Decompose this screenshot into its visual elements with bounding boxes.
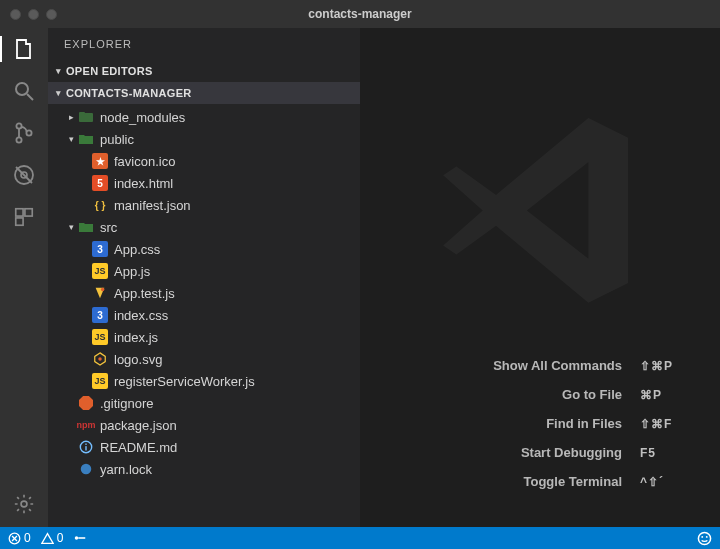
css-icon: 3 — [92, 307, 108, 323]
svg-point-15 — [98, 357, 102, 361]
tree-file-appjs[interactable]: JS App.js — [48, 260, 360, 282]
editor-area: Show All Commands ⇧⌘P Go to File ⌘P Find… — [360, 28, 720, 527]
close-window-button[interactable] — [10, 9, 21, 20]
file-label: App.js — [114, 264, 150, 279]
tree-file-apptest[interactable]: App.test.js — [48, 282, 360, 304]
file-label: yarn.lock — [100, 462, 152, 477]
activity-bar — [0, 28, 48, 527]
file-label: logo.svg — [114, 352, 162, 367]
folder-open-icon — [78, 131, 94, 147]
tree-file-manifest[interactable]: { } manifest.json — [48, 194, 360, 216]
chevron-down-icon: ▾ — [64, 222, 78, 232]
settings-activity-icon[interactable] — [11, 491, 37, 517]
zoom-window-button[interactable] — [46, 9, 57, 20]
welcome-commands: Show All Commands ⇧⌘P Go to File ⌘P Find… — [493, 358, 692, 489]
svg-point-26 — [698, 532, 710, 544]
welcome-toggle-terminal[interactable]: Toggle Terminal ^⇧´ — [493, 474, 692, 489]
svg-rect-9 — [25, 209, 32, 216]
titlebar: contacts-manager — [0, 0, 720, 28]
tree-file-rsw[interactable]: JS registerServiceWorker.js — [48, 370, 360, 392]
chevron-down-icon: ▾ — [52, 88, 66, 98]
js-icon: JS — [92, 373, 108, 389]
tree-file-indexjs[interactable]: JS index.js — [48, 326, 360, 348]
svg-point-2 — [16, 123, 21, 128]
svg-point-14 — [101, 288, 105, 292]
file-tree: ▸ node_modules ▾ public ★ favicon.ico 5 … — [48, 104, 360, 482]
search-activity-icon[interactable] — [11, 78, 37, 104]
tree-folder-node_modules[interactable]: ▸ node_modules — [48, 106, 360, 128]
welcome-show-all-commands[interactable]: Show All Commands ⇧⌘P — [493, 358, 692, 373]
warning-icon — [41, 532, 54, 545]
tree-file-indexhtml[interactable]: 5 index.html — [48, 172, 360, 194]
svg-point-28 — [706, 535, 708, 537]
status-warnings[interactable]: 0 — [41, 531, 64, 545]
extensions-activity-icon[interactable] — [11, 204, 37, 230]
html-icon: 5 — [92, 175, 108, 191]
open-editors-section[interactable]: ▾ OPEN EDITORS — [48, 60, 360, 82]
file-label: App.test.js — [114, 286, 175, 301]
welcome-find-in-files[interactable]: Find in Files ⇧⌘F — [493, 416, 692, 431]
status-sync[interactable] — [73, 531, 87, 545]
open-editors-label: OPEN EDITORS — [66, 65, 153, 77]
file-label: App.css — [114, 242, 160, 257]
shortcut-label: ⇧⌘P — [640, 359, 692, 373]
shortcut-label: F5 — [640, 446, 692, 460]
file-label: index.css — [114, 308, 168, 323]
file-label: public — [100, 132, 134, 147]
explorer-activity-icon[interactable] — [11, 36, 37, 62]
smiley-icon — [697, 531, 712, 546]
svg-icon — [92, 351, 108, 367]
git-icon — [78, 395, 94, 411]
tree-folder-public[interactable]: ▾ public — [48, 128, 360, 150]
svg-rect-10 — [16, 218, 23, 225]
file-label: manifest.json — [114, 198, 191, 213]
test-icon — [92, 285, 108, 301]
file-label: node_modules — [100, 110, 185, 125]
tree-file-favicon[interactable]: ★ favicon.ico — [48, 150, 360, 172]
svg-rect-13 — [79, 112, 85, 115]
tree-file-yarnlock[interactable]: yarn.lock — [48, 458, 360, 480]
status-bar: 0 0 — [0, 527, 720, 549]
file-label: registerServiceWorker.js — [114, 374, 255, 389]
status-errors[interactable]: 0 — [8, 531, 31, 545]
svg-line-1 — [27, 94, 33, 100]
tree-file-indexcss[interactable]: 3 index.css — [48, 304, 360, 326]
welcome-go-to-file[interactable]: Go to File ⌘P — [493, 387, 692, 402]
svg-point-0 — [16, 83, 28, 95]
welcome-label: Toggle Terminal — [524, 474, 622, 489]
welcome-label: Start Debugging — [521, 445, 622, 460]
tree-file-logosvg[interactable]: logo.svg — [48, 348, 360, 370]
folder-icon — [78, 109, 94, 125]
welcome-start-debugging[interactable]: Start Debugging F5 — [493, 445, 692, 460]
svg-rect-16 — [79, 396, 93, 410]
minimize-window-button[interactable] — [28, 9, 39, 20]
favicon-icon: ★ — [92, 153, 108, 169]
file-label: package.json — [100, 418, 177, 433]
tree-file-appcss[interactable]: 3 App.css — [48, 238, 360, 260]
tree-file-gitignore[interactable]: .gitignore — [48, 392, 360, 414]
chevron-down-icon: ▾ — [64, 134, 78, 144]
window-title: contacts-manager — [308, 7, 411, 21]
svg-rect-18 — [85, 446, 86, 450]
json-icon: { } — [92, 197, 108, 213]
errors-count: 0 — [24, 531, 31, 545]
status-feedback[interactable] — [697, 531, 712, 546]
sync-icon — [73, 531, 87, 545]
tree-folder-src[interactable]: ▾ src — [48, 216, 360, 238]
source-control-activity-icon[interactable] — [11, 120, 37, 146]
error-icon — [8, 532, 21, 545]
file-label: index.js — [114, 330, 158, 345]
debug-activity-icon[interactable] — [11, 162, 37, 188]
file-label: src — [100, 220, 117, 235]
shortcut-label: ^⇧´ — [640, 475, 692, 489]
file-label: index.html — [114, 176, 173, 191]
file-label: favicon.ico — [114, 154, 175, 169]
folder-open-icon — [78, 219, 94, 235]
project-section[interactable]: ▾ CONTACTS-MANAGER — [48, 82, 360, 104]
chevron-down-icon: ▾ — [52, 66, 66, 76]
tree-file-readme[interactable]: README.md — [48, 436, 360, 458]
svg-line-6 — [16, 167, 32, 183]
tree-file-packagejson[interactable]: npm package.json — [48, 414, 360, 436]
css-icon: 3 — [92, 241, 108, 257]
svg-point-11 — [21, 501, 27, 507]
